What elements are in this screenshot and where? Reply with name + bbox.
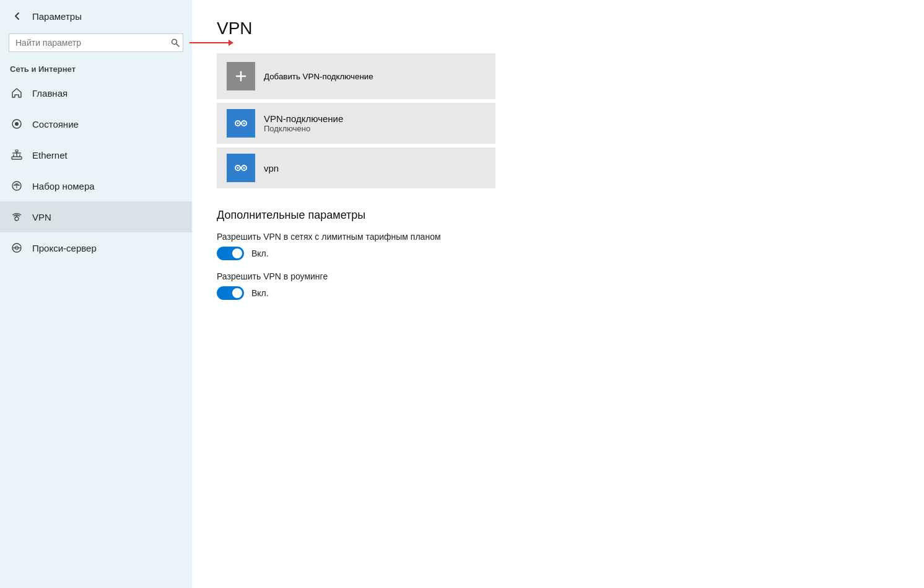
vpn-connection-name-1: VPN-подключение [264, 113, 343, 124]
svg-rect-10 [15, 150, 18, 152]
vpn-connection-icon-2 [227, 154, 255, 182]
additional-settings-heading: Дополнительные параметры [217, 209, 899, 222]
svg-point-23 [243, 123, 245, 125]
vpn-connection-item-1[interactable]: VPN-подключение Подключено [217, 103, 495, 144]
sidebar-item-vpn[interactable]: VPN [0, 201, 192, 232]
vpn-connection-info-1: VPN-подключение Подключено [264, 113, 343, 133]
proxy-icon [10, 241, 24, 255]
sidebar-item-ethernet-label: Ethernet [32, 150, 68, 160]
sidebar-item-vpn-label: VPN [32, 212, 51, 222]
sidebar-item-home[interactable]: Главная [0, 77, 192, 108]
back-button[interactable] [10, 9, 25, 24]
sidebar-item-status[interactable]: Состояние [0, 108, 192, 139]
svg-line-1 [177, 44, 180, 47]
main-content: VPN Добавить VPN-подключение VPN-подключ… [192, 0, 924, 588]
setting-roaming-label: Разрешить VPN в роуминге [217, 271, 899, 281]
setting-metered-label: Разрешить VPN в сетях с лимитным тарифны… [217, 232, 899, 242]
vpn-connection-item-2[interactable]: vpn [217, 147, 495, 188]
vpn-nav-icon [10, 210, 24, 224]
page-title: VPN [217, 19, 899, 38]
section-divider [217, 201, 495, 201]
sidebar-item-proxy-label: Прокси-сервер [32, 243, 97, 253]
add-vpn-button[interactable]: Добавить VPN-подключение [217, 53, 495, 99]
sidebar-item-dialup-label: Набор номера [32, 181, 95, 191]
search-input[interactable] [9, 33, 183, 52]
svg-point-28 [243, 167, 245, 169]
search-button[interactable] [171, 38, 180, 47]
home-icon [10, 86, 24, 100]
sidebar-item-home-label: Главная [32, 88, 68, 99]
toggle-roaming[interactable] [217, 286, 244, 300]
add-vpn-icon [227, 62, 255, 90]
svg-point-3 [15, 122, 19, 126]
svg-point-22 [237, 123, 239, 125]
setting-metered-toggle-row: Вкл. [217, 247, 899, 260]
search-box-container [9, 33, 183, 52]
dialup-icon [10, 179, 24, 193]
toggle-roaming-value: Вкл. [251, 288, 269, 298]
nav-section-label: Сеть и Интернет [0, 59, 192, 77]
toggle-metered[interactable] [217, 247, 244, 260]
svg-point-13 [15, 217, 19, 221]
svg-point-27 [237, 167, 239, 169]
sidebar: Параметры Сеть и Интернет Главная [0, 0, 192, 588]
sidebar-item-dialup[interactable]: Набор номера [0, 170, 192, 201]
vpn-connection-status-1: Подключено [264, 124, 343, 133]
svg-rect-4 [12, 157, 22, 159]
setting-metered: Разрешить VPN в сетях с лимитным тарифны… [217, 232, 899, 260]
vpn-connection-info-2: vpn [264, 163, 279, 173]
status-icon [10, 117, 24, 131]
setting-roaming-toggle-row: Вкл. [217, 286, 899, 300]
ethernet-icon [10, 148, 24, 162]
toggle-metered-value: Вкл. [251, 248, 269, 258]
sidebar-item-status-label: Состояние [32, 119, 79, 129]
sidebar-item-ethernet[interactable]: Ethernet [0, 139, 192, 170]
toggle-metered-knob [232, 248, 242, 258]
sidebar-header: Параметры [0, 0, 192, 30]
sidebar-title: Параметры [32, 11, 82, 22]
vpn-connection-icon-1 [227, 109, 255, 138]
toggle-roaming-knob [232, 288, 242, 298]
add-vpn-label: Добавить VPN-подключение [264, 72, 373, 81]
setting-roaming: Разрешить VPN в роуминге Вкл. [217, 271, 899, 300]
sidebar-item-proxy[interactable]: Прокси-сервер [0, 232, 192, 263]
vpn-connection-name-2: vpn [264, 163, 279, 173]
